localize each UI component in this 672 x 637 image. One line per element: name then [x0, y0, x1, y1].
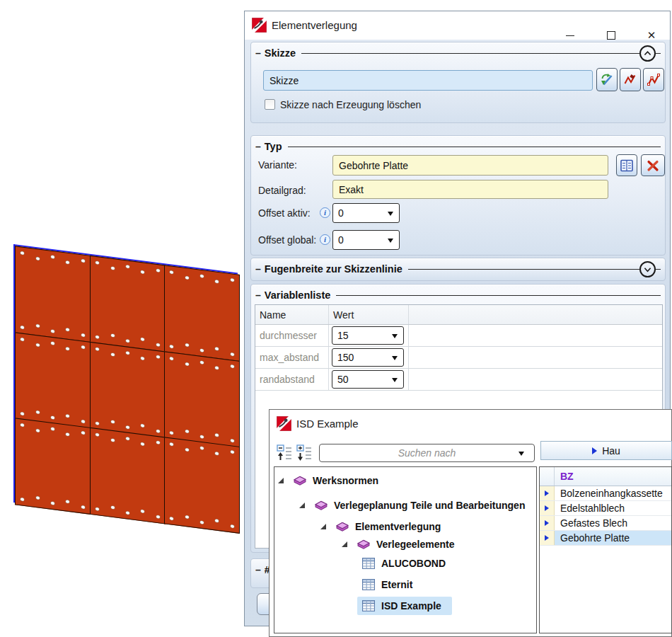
drill-hole	[200, 435, 204, 439]
drill-hole	[66, 414, 69, 418]
3d-viewport-panels[interactable]	[13, 244, 238, 532]
drill-hole	[95, 507, 99, 511]
list-row-edelstahlblech[interactable]: Edelstahlblech	[540, 501, 671, 516]
skizze-input[interactable]: Skizze	[263, 70, 593, 91]
drill-hole	[21, 498, 24, 501]
variante-field[interactable]: Gebohrte Platte	[332, 155, 608, 176]
collapse-section-button[interactable]	[639, 45, 656, 62]
plate-r2c1[interactable]	[90, 427, 166, 524]
drill-hole	[111, 334, 115, 338]
list-row-bolzeneinhangkassette[interactable]: Bolzeneinhangkassette	[540, 486, 671, 501]
plate-r1c0[interactable]	[15, 332, 91, 429]
tree-expanded-icon[interactable]	[277, 477, 284, 484]
drill-hole	[36, 257, 40, 260]
drill-hole	[95, 348, 99, 351]
offset-global-dropdown[interactable]: 0	[332, 230, 400, 250]
list-row-gebohrte-platte[interactable]: Gebohrte Platte	[540, 531, 671, 546]
book-icon	[315, 500, 328, 511]
drill-hole	[95, 433, 99, 437]
dialog-title: Elementverlegung	[272, 19, 357, 31]
plate-r1c1[interactable]	[90, 342, 166, 439]
tree-item-label: Werksnormen	[313, 471, 378, 490]
catalog-select-button[interactable]	[616, 154, 637, 176]
variablen-row: durchmesser15	[255, 325, 662, 347]
tree-item-eternit[interactable]: Eternit	[274, 575, 536, 594]
chevron-up-icon	[642, 48, 653, 59]
drill-hole	[156, 343, 160, 347]
drill-hole	[231, 278, 234, 282]
apply-sketch-button[interactable]	[596, 68, 618, 91]
drill-hole	[141, 424, 144, 427]
offset-aktiv-dropdown[interactable]: 0	[332, 203, 400, 223]
table-icon	[362, 600, 375, 612]
app-logo-icon	[252, 18, 267, 33]
drill-hole	[156, 355, 160, 359]
tree-item-elementverlegung[interactable]: Elementverlegung	[274, 517, 536, 536]
search-combobox[interactable]: Suchen nach	[319, 444, 535, 462]
tree-expanded-icon[interactable]	[320, 523, 327, 530]
remove-variante-button[interactable]	[641, 154, 665, 176]
variable-value-dropdown[interactable]: 50	[332, 370, 404, 389]
chevron-down-icon	[392, 378, 398, 382]
plate-r0c0[interactable]	[15, 246, 91, 343]
drill-hole	[215, 280, 219, 284]
chevron-down-icon	[388, 239, 393, 243]
tree-item-verlegeplanung-teile-und-bearbeitungen[interactable]: Verlegeplanung Teile und Bearbeitungen	[274, 496, 536, 515]
tree-item-label: Elementverlegung	[355, 517, 441, 536]
drill-hole	[215, 348, 219, 351]
new-sketch-button[interactable]	[643, 68, 664, 91]
drill-hole	[81, 505, 85, 509]
plate-r1c2[interactable]	[164, 351, 240, 448]
plate-r0c1[interactable]	[90, 256, 166, 352]
drill-hole	[156, 430, 160, 433]
variable-value-dropdown[interactable]: 15	[332, 326, 404, 345]
titlebar[interactable]: ISD Example	[270, 410, 671, 437]
drill-hole	[21, 326, 24, 329]
tree-item-isd-example[interactable]: ISD Example	[274, 597, 536, 615]
detailgrad-field[interactable]: Exakt	[332, 180, 608, 199]
drill-hole	[111, 267, 115, 270]
drill-hole	[81, 345, 85, 349]
plate-r2c0[interactable]	[15, 418, 91, 515]
row-arrow-icon	[545, 520, 549, 526]
expand-all-button[interactable]	[296, 444, 312, 461]
edit-sketch-button[interactable]	[620, 68, 641, 91]
drill-hole	[126, 339, 129, 343]
plate-r0c2[interactable]	[164, 265, 240, 362]
collapse-all-button[interactable]	[277, 444, 292, 461]
tree-item-werksnormen[interactable]: Werksnormen	[274, 471, 536, 490]
drill-hole	[185, 515, 189, 519]
drill-hole	[81, 420, 85, 423]
drill-hole	[141, 338, 144, 341]
variable-name: durchmesser	[260, 330, 317, 341]
row-arrow-icon	[545, 505, 549, 511]
delete-sketch-checkbox[interactable]	[265, 99, 275, 110]
drill-hole	[156, 515, 160, 519]
titlebar[interactable]: Elementverlegung ✕	[245, 11, 670, 40]
list-row-label: Gefastes Blech	[555, 516, 671, 530]
list-row-gefastes-blech[interactable]: Gefastes Blech	[540, 516, 671, 531]
drill-hole	[170, 517, 173, 520]
variable-name: max_abstand	[260, 352, 319, 363]
chevron-down-icon	[388, 212, 393, 216]
plate-r2c2[interactable]	[164, 437, 240, 534]
expand-section-button[interactable]	[639, 261, 656, 277]
offset-aktiv-label: Offset aktiv:	[258, 207, 311, 219]
book-icon	[336, 521, 349, 532]
expand-tree-icon	[296, 444, 312, 461]
row-arrow-icon	[545, 490, 549, 496]
column-header-button[interactable]: Hau	[540, 441, 672, 460]
drill-hole	[51, 416, 54, 420]
variable-name: randabstand	[260, 374, 315, 385]
tree-item-alucobond[interactable]: ALUCOBOND	[274, 554, 536, 573]
tree-expanded-icon[interactable]	[299, 502, 306, 509]
chevron-down-icon	[392, 356, 398, 360]
tree-item-verlegeelemente[interactable]: Verlegeelemente	[274, 535, 536, 553]
drill-hole	[200, 275, 204, 278]
variable-value-dropdown[interactable]: 150	[332, 348, 404, 367]
detailgrad-label: Detailgrad:	[258, 185, 306, 196]
book-icon	[357, 539, 370, 550]
drill-hole	[231, 524, 234, 528]
tree-expanded-icon[interactable]	[341, 541, 348, 548]
drill-hole	[81, 333, 85, 337]
